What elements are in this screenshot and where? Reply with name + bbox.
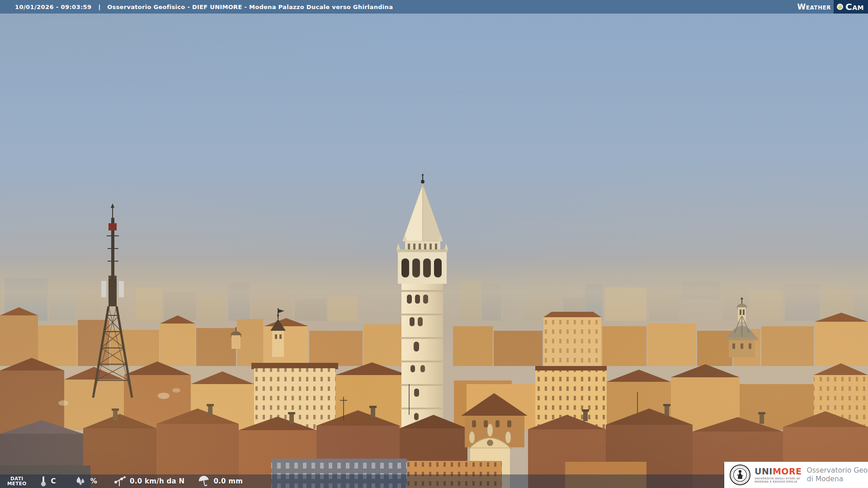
temperature-metric: C: [40, 475, 56, 487]
camera-lens-icon: [837, 4, 843, 10]
weathercam-logo: Weather Cam: [797, 0, 868, 14]
wind-metric: 0.0 km/h da N: [113, 475, 184, 487]
dati-meteo-label: DATI METEO: [7, 476, 26, 486]
unimore-uni-text: UNI: [755, 466, 773, 476]
weathercam-cam-text: Cam: [845, 1, 864, 12]
unimore-seal-icon: [729, 464, 751, 486]
unimore-more-text: MORE: [773, 466, 802, 476]
observatory-name: Osservatorio Geofisico di Modena: [807, 466, 868, 483]
title-bar: 10/01/2026 - 09:03:59 | Osservatorio Geo…: [0, 0, 868, 14]
rain-metric: 0.0 mm: [198, 475, 243, 487]
separator: |: [98, 4, 100, 10]
page-title: Osservatorio Geofisico - DIEF UNIMORE - …: [107, 4, 393, 10]
humidity-metric: %: [75, 476, 97, 487]
cityscape-scene: [0, 14, 868, 488]
wind-value: 0.0 km/h da N: [130, 477, 184, 485]
unimore-wordmark: UNIMORE UNIVERSITÀ DEGLI STUDI DI MODENA…: [755, 467, 802, 483]
rain-value: 0.0 mm: [213, 477, 243, 485]
wind-icon: [113, 475, 126, 487]
temperature-value: C: [51, 477, 56, 485]
rain-icon: [198, 475, 210, 487]
webcam-image: [0, 14, 868, 488]
thermometer-icon: [40, 475, 47, 487]
weathercam-cam-box: Cam: [834, 0, 868, 14]
unimore-subtitle-1: UNIVERSITÀ DEGLI STUDI DI: [755, 477, 802, 480]
humidity-value: %: [90, 477, 97, 485]
unimore-credit: UNIMORE UNIVERSITÀ DEGLI STUDI DI MODENA…: [724, 462, 868, 488]
unimore-subtitle-2: MODENA E REGGIO EMILIA: [755, 480, 802, 483]
timestamp: 10/01/2026 - 09:03:59: [15, 4, 91, 10]
webcam-page: 10/01/2026 - 09:03:59 | Osservatorio Geo…: [0, 0, 868, 488]
weathercam-weather-text: Weather: [797, 2, 831, 11]
humidity-icon: [75, 476, 87, 487]
